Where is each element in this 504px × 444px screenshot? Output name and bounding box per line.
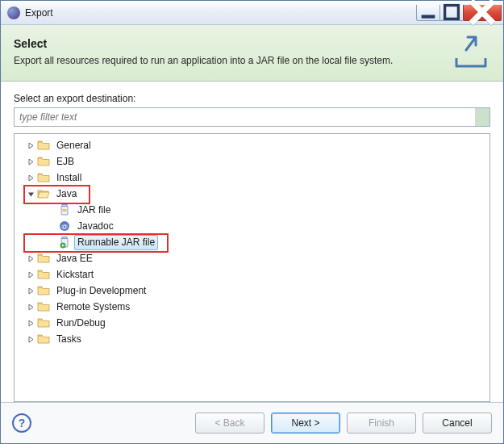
window-title: Export bbox=[25, 7, 53, 19]
tree-folder[interactable]: Tasks bbox=[18, 331, 486, 347]
folder-icon bbox=[37, 139, 50, 152]
tree-folder[interactable]: Install bbox=[18, 170, 486, 186]
folder-icon bbox=[37, 171, 50, 184]
export-tree[interactable]: GeneralEJBInstallJavaJAR file@JavadocRun… bbox=[14, 133, 490, 402]
folder-icon bbox=[37, 316, 50, 329]
folder-icon bbox=[37, 252, 50, 265]
tree-folder[interactable]: EJB bbox=[18, 153, 486, 170]
tree-item-label: Install bbox=[53, 171, 85, 185]
svg-rect-3 bbox=[62, 205, 67, 207]
banner-description: Export all resources required to run an … bbox=[14, 55, 444, 66]
tree-item[interactable]: JAR file bbox=[18, 202, 486, 218]
chevron-right-icon[interactable] bbox=[26, 318, 35, 328]
tree-item-label: Kickstart bbox=[53, 268, 97, 282]
maximize-button[interactable] bbox=[439, 5, 464, 21]
help-button[interactable]: ? bbox=[12, 413, 31, 433]
jar-file-icon bbox=[58, 203, 71, 216]
tree-item-label: Tasks bbox=[53, 333, 85, 346]
back-button[interactable]: < Back bbox=[195, 413, 264, 434]
next-button[interactable]: Next > bbox=[271, 413, 340, 434]
finish-button[interactable]: Finish bbox=[347, 413, 416, 434]
tree-item-label: Runnable JAR file bbox=[74, 235, 158, 250]
destination-label: Select an export destination: bbox=[14, 93, 490, 104]
window-controls bbox=[417, 5, 502, 21]
tree-folder[interactable]: Plug-in Development bbox=[18, 283, 486, 299]
tree-item-label: Java EE bbox=[53, 252, 96, 266]
tree-item-label: General bbox=[53, 139, 94, 153]
cancel-button[interactable]: Cancel bbox=[423, 413, 492, 434]
export-dialog: Export Select Export all resources requi… bbox=[0, 0, 504, 444]
svg-rect-1 bbox=[445, 6, 459, 19]
javadoc-icon: @ bbox=[58, 220, 71, 232]
export-icon bbox=[452, 34, 490, 69]
wizard-footer: ? < Back Next > Finish Cancel bbox=[1, 402, 503, 443]
tree-folder[interactable]: General bbox=[18, 137, 486, 153]
folder-icon bbox=[37, 333, 50, 346]
tree-folder[interactable]: Java bbox=[18, 186, 486, 202]
title-bar[interactable]: Export bbox=[1, 1, 503, 25]
tree-folder[interactable]: Remote Systems bbox=[18, 299, 486, 315]
tree-folder[interactable]: Kickstart bbox=[18, 266, 486, 283]
minimize-button[interactable] bbox=[416, 5, 440, 21]
chevron-right-icon[interactable] bbox=[26, 140, 35, 150]
folder-icon bbox=[37, 300, 50, 313]
close-button[interactable] bbox=[463, 5, 502, 21]
chevron-right-icon[interactable] bbox=[26, 302, 35, 312]
tree-item-label: Java bbox=[53, 187, 80, 201]
tree-folder[interactable]: Run/Debug bbox=[18, 315, 486, 331]
tree-item-label: Run/Debug bbox=[53, 316, 109, 330]
filter-wrap bbox=[14, 107, 490, 127]
svg-text:@: @ bbox=[61, 223, 68, 230]
folder-icon bbox=[37, 268, 50, 281]
chevron-right-icon[interactable] bbox=[26, 173, 35, 182]
tree-item-label: Javadoc bbox=[74, 220, 117, 233]
tree-item-label: JAR file bbox=[74, 203, 114, 217]
tree-item-label: EJB bbox=[53, 155, 77, 169]
chevron-right-icon[interactable] bbox=[26, 286, 35, 295]
wizard-banner: Select Export all resources required to … bbox=[1, 25, 503, 82]
filter-input[interactable] bbox=[14, 107, 490, 127]
runnable-jar-icon bbox=[58, 236, 71, 249]
twisty-blank bbox=[47, 221, 56, 231]
chevron-right-icon[interactable] bbox=[26, 270, 35, 279]
twisty-blank bbox=[47, 205, 56, 215]
folder-open-icon bbox=[37, 187, 50, 200]
banner-title: Select bbox=[14, 37, 444, 50]
chevron-right-icon[interactable] bbox=[26, 334, 35, 344]
tree-folder[interactable]: Java EE bbox=[18, 250, 486, 266]
chevron-down-icon[interactable] bbox=[26, 189, 35, 199]
tree-item[interactable]: Runnable JAR file bbox=[18, 234, 486, 250]
eclipse-icon bbox=[7, 6, 20, 19]
twisty-blank bbox=[47, 237, 56, 247]
wizard-body: Select an export destination: GeneralEJB… bbox=[1, 82, 503, 402]
tree-item-label: Remote Systems bbox=[53, 300, 133, 314]
folder-icon bbox=[37, 284, 50, 297]
svg-rect-8 bbox=[62, 237, 67, 239]
chevron-right-icon[interactable] bbox=[26, 253, 35, 263]
tree-item[interactable]: @Javadoc bbox=[18, 218, 486, 234]
svg-rect-4 bbox=[63, 209, 67, 212]
folder-icon bbox=[37, 155, 50, 168]
tree-item-label: Plug-in Development bbox=[53, 284, 149, 298]
chevron-right-icon[interactable] bbox=[26, 157, 35, 166]
